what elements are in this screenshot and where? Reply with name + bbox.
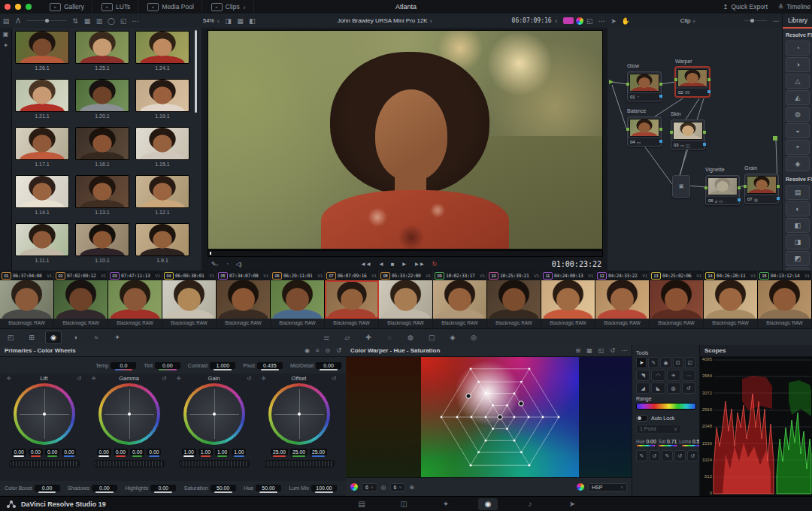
playhead[interactable]: [210, 252, 211, 255]
resolvefx-effect-icon[interactable]: ◍: [786, 107, 810, 122]
thumb-size-slider[interactable]: [27, 20, 66, 21]
point-mode-select[interactable]: 1 Point∨: [636, 425, 681, 434]
warp-down-icon[interactable]: ◢: [636, 382, 650, 394]
topbar-tab-luts[interactable]: ▸LUTs: [94, 0, 138, 14]
link-icon[interactable]: ⊕: [409, 484, 414, 491]
audio-mute-icon[interactable]: ◁): [236, 261, 241, 268]
palette-icon[interactable]: [576, 17, 583, 25]
wheel-reset-icon[interactable]: ↺: [77, 375, 81, 382]
page-color[interactable]: ◉: [478, 498, 498, 510]
pan-hand-icon[interactable]: ✋: [620, 17, 632, 25]
timeline-clip-11[interactable]: 1104:24:00:13V1Blackmagic RAW: [541, 271, 595, 328]
pane-single-icon[interactable]: ◨: [222, 17, 234, 25]
magic-mask-icon[interactable]: ◌: [382, 331, 397, 343]
hue-saturation-field[interactable]: [346, 357, 632, 477]
wheel-reset-icon[interactable]: ↺: [332, 375, 336, 382]
hue-reset-icon[interactable]: ↺: [649, 450, 660, 461]
mesh-icon[interactable]: ▦: [586, 347, 592, 354]
page-fusion[interactable]: ✦: [436, 498, 456, 510]
timeline-clip-04[interactable]: 0406:09:38:01V1Blackmagic RAW: [162, 271, 217, 328]
gallery-still[interactable]: 1.10.1: [72, 223, 132, 271]
adjustment-value[interactable]: 1.000: [210, 362, 235, 369]
resolvefx-effect-icon[interactable]: ◐: [786, 201, 810, 216]
loop-button[interactable]: ↻: [432, 261, 436, 268]
gallery-still[interactable]: 1.12.1: [132, 175, 192, 223]
adjustment-value[interactable]: 0.00: [35, 485, 60, 491]
expand-tool-icon[interactable]: ◱: [685, 357, 695, 368]
gallery-still[interactable]: 1.24.1: [132, 31, 192, 79]
resolvefx-effect-icon[interactable]: △: [786, 74, 810, 89]
topbar-button-quick-export[interactable]: ↥Quick Export: [723, 3, 768, 11]
resolvefx-effect-icon[interactable]: ◔: [786, 41, 810, 56]
gallery-still[interactable]: 1.16.1: [72, 127, 132, 175]
wheel-master-dial[interactable]: [264, 460, 335, 467]
range-gradient-bar[interactable]: [636, 403, 696, 410]
resolvefx-effect-icon[interactable]: ◓: [786, 140, 810, 155]
wheel-channel-value[interactable]: 25.00: [310, 449, 327, 455]
wheel-master-dial[interactable]: [179, 460, 250, 467]
expand-icon[interactable]: ◱: [583, 17, 595, 25]
clip-color-icon[interactable]: [563, 17, 574, 24]
adjustment-value[interactable]: 100.00: [311, 485, 337, 491]
unmix-icon[interactable]: ◔: [226, 261, 229, 268]
gallery-still[interactable]: 1.25.1: [72, 31, 132, 79]
list-view-icon[interactable]: ▥: [93, 17, 105, 25]
gallery-scrollbar[interactable]: [195, 30, 197, 113]
wheel-center-dot[interactable]: [128, 413, 131, 416]
key-icon[interactable]: ▢: [424, 331, 439, 343]
node-balance[interactable]: 04▭: [627, 116, 662, 147]
gallery-still[interactable]: 1.26.1: [12, 31, 72, 79]
wheel-mode-icon[interactable]: ✛: [92, 375, 96, 382]
warp-star-icon[interactable]: ✳: [667, 370, 680, 381]
play-button[interactable]: ►: [401, 261, 407, 268]
gallery-still[interactable]: 1.19.1: [132, 79, 192, 127]
wheel-channel-value[interactable]: 1.00: [215, 449, 229, 455]
timeline-clip-07[interactable]: 0706:07:09:16V1Blackmagic RAW: [325, 271, 379, 328]
color-space-select[interactable]: HSP∨: [588, 483, 627, 491]
gallery-still[interactable]: 1.11.1: [12, 223, 72, 271]
topbar-tab-gallery[interactable]: ▸Gallery: [42, 0, 92, 14]
timeline-clip-08[interactable]: 0805:33:22:00V1Blackmagic RAW: [379, 271, 433, 328]
adjustment-value[interactable]: 50.00: [211, 485, 236, 491]
resolvefx-effect-icon[interactable]: ◑: [786, 57, 810, 72]
curves-icon[interactable]: ≈: [89, 331, 104, 343]
color-warper-icon[interactable]: ✦: [110, 331, 125, 343]
timeline-albums-icon[interactable]: ✦: [0, 42, 11, 49]
timeline-clip-02[interactable]: 0207:02:09:12V1Blackmagic RAW: [54, 271, 108, 328]
more-icon[interactable]: ⋯: [770, 17, 782, 25]
viewer-image[interactable]: [208, 30, 603, 249]
node-grain[interactable]: 07◍: [744, 174, 779, 204]
grid-icon[interactable]: ⊞: [575, 347, 580, 354]
tab-library[interactable]: Library: [783, 14, 812, 29]
camera-raw-icon[interactable]: ◰: [3, 331, 18, 343]
wheel-master-dial[interactable]: [9, 460, 80, 467]
topbar-tab-media-pool[interactable]: ▸Media Pool: [140, 0, 202, 14]
viewer-clip-name[interactable]: John Brawley URSA Mini Pro 12K ∨: [258, 17, 511, 24]
node-warper[interactable]: 0205: [675, 67, 710, 97]
goto-start-button[interactable]: ◄◄: [360, 261, 371, 268]
pane-wipe-icon[interactable]: ◧: [246, 17, 258, 25]
node-mode-select[interactable]: Clip ∨: [632, 17, 744, 24]
timeline-clip-13[interactable]: 1304:25:02:06V1Blackmagic RAW: [650, 271, 704, 328]
warper-value-number[interactable]: 0.00: [645, 439, 656, 444]
warper-value-number[interactable]: 0.71: [665, 439, 677, 444]
wheel-channel-value[interactable]: 1.00: [232, 449, 246, 455]
viewer-zoom-select[interactable]: 54%: [203, 17, 214, 24]
blur-icon[interactable]: ◍: [403, 331, 418, 343]
expand-icon[interactable]: ◱: [598, 347, 604, 354]
wheel-ring[interactable]: [14, 383, 75, 445]
adjustment-value[interactable]: 50.00: [256, 485, 281, 491]
wheel-channel-value[interactable]: 0.00: [97, 449, 111, 455]
timeline-clip-01[interactable]: 0106:37:04:08V1Blackmagic RAW: [0, 271, 54, 328]
cursor-icon[interactable]: ➤: [607, 17, 620, 25]
grid-view-icon[interactable]: ▦: [81, 17, 93, 25]
goto-end-button[interactable]: ►►: [414, 261, 425, 268]
wheel-channel-value[interactable]: 0.00: [62, 449, 76, 455]
draw-tool-icon[interactable]: ✎: [648, 357, 659, 368]
wheel-center-dot[interactable]: [213, 413, 216, 416]
topbar-button-timeline[interactable]: ≙Timeline: [778, 3, 810, 11]
gallery-still[interactable]: 1.20.1: [72, 79, 132, 127]
page-media[interactable]: ▤: [352, 498, 371, 510]
adjustment-value[interactable]: 0.0: [111, 362, 136, 369]
resolvefx-effect-icon[interactable]: ◭: [786, 90, 810, 105]
